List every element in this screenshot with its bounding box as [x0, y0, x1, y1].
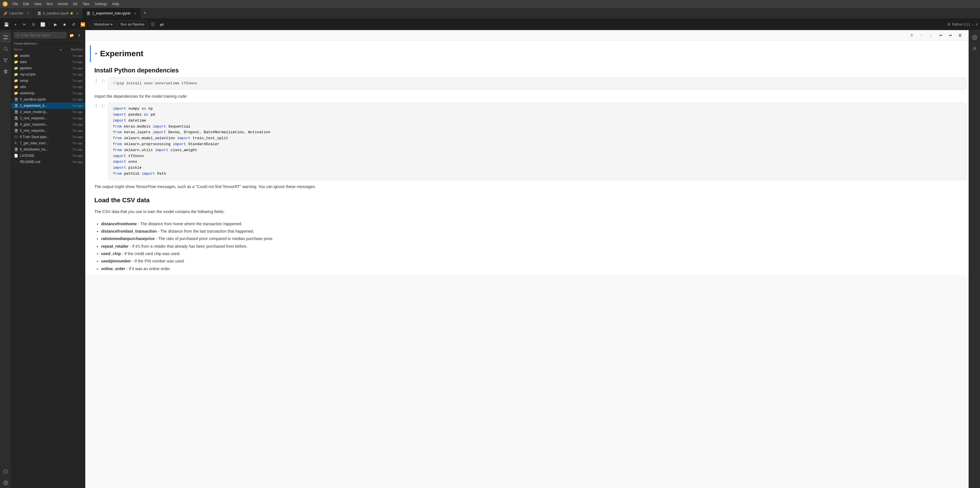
file-modified-get-data: 7m ago — [63, 141, 83, 145]
file-item-rest-requests-5[interactable]: 📓 5_rest_requests... 7m ago — [11, 128, 85, 134]
file-item-utils[interactable]: 📁 utils 7m ago — [11, 84, 85, 90]
folder-icon: 📁 — [14, 72, 18, 77]
file-name-ray-scripts: ray-scripts — [20, 73, 61, 76]
cell-move-down-button[interactable]: ↓ — [927, 31, 935, 39]
tab-experiment[interactable]: 📓 1_experiment_train.ipynb × — [83, 8, 140, 19]
run-pipeline-button[interactable]: Run as Pipeline — [118, 21, 148, 28]
right-settings-icon[interactable] — [969, 32, 980, 43]
app-logo-icon: J — [2, 1, 8, 7]
experiment-tab-label: 1_experiment_train.ipynb — [92, 11, 130, 15]
cell-align-right-button[interactable]: ➡ — [947, 31, 955, 39]
new-tab-button[interactable]: + — [140, 8, 150, 19]
copy-button[interactable]: ⎘ — [30, 21, 38, 29]
sandbox-tab-close[interactable]: × — [76, 11, 79, 16]
right-panel — [969, 30, 980, 488]
import-markdown: Import the dependencies for the model tr… — [85, 91, 969, 102]
file-item-get-data[interactable]: Y: 7_get_data_train... 7m ago — [11, 140, 85, 146]
menu-edit[interactable]: Edit — [21, 2, 31, 6]
git-button[interactable]: git — [158, 21, 166, 29]
cell-align-left-button[interactable]: ⬅ — [937, 31, 945, 39]
sidebar-git-icon[interactable] — [0, 55, 11, 65]
file-item-save-model[interactable]: 📓 2_save_model.ip... 7m ago — [11, 109, 85, 115]
active-cell-indicator — [90, 45, 91, 62]
menu-run[interactable]: Run — [45, 2, 55, 6]
cell-type-chevron-icon: ▾ — [111, 22, 113, 27]
menu-kernel[interactable]: Kernel — [56, 2, 70, 6]
code-line-9: import tf2onnx — [113, 154, 961, 159]
install-heading: Install Python dependencies — [94, 67, 959, 74]
file-modified-grpc-requests: 7m ago — [63, 123, 83, 126]
experiment-tab-icon: 📓 — [86, 11, 91, 15]
file-name-workshop: workshop — [20, 91, 61, 95]
menu-view[interactable]: View — [32, 2, 44, 6]
stop-button[interactable]: ■ — [60, 21, 68, 29]
tab-launcher[interactable]: 🚀 Launcher × — [0, 8, 33, 19]
file-item-rest-requests-3[interactable]: 📓 3_rest_requests... 7m ago — [11, 115, 85, 121]
file-name-assets: assets — [20, 54, 61, 58]
cell-move-up-button[interactable]: ↑ — [918, 31, 926, 39]
right-person-icon[interactable] — [969, 44, 980, 54]
run-button[interactable]: ▶ — [51, 21, 59, 29]
cell-type-dropdown[interactable]: Markdown ▾ — [92, 21, 115, 28]
menu-help[interactable]: Help — [110, 2, 122, 6]
restart-button[interactable]: ↺ — [70, 21, 78, 29]
menu-git[interactable]: Git — [71, 2, 80, 6]
paste-button[interactable]: ⬜ — [39, 21, 47, 29]
file-item-readme[interactable]: ⬦ README.md 7m ago — [11, 159, 85, 165]
csv-heading: Load the CSV data — [94, 196, 959, 204]
list-item-distancefromlast: distancefromlast_transaction - The dista… — [101, 228, 959, 234]
file-modified-save-model: 7m ago — [63, 110, 83, 114]
launcher-tab-label: Launcher — [10, 11, 24, 15]
file-item-pipeline[interactable]: 📁 pipeline 7m ago — [11, 65, 85, 71]
menu-tabs[interactable]: Tabs — [80, 2, 92, 6]
file-item-license[interactable]: 📄 LICENSE 7m ago — [11, 152, 85, 159]
experiment-tab-close[interactable]: × — [133, 11, 137, 16]
file-name-data: data — [20, 60, 61, 64]
file-item-sandbox[interactable]: 📓 0_sandbox.ipynb 1m ago — [11, 96, 85, 103]
file-item-pipeline-file[interactable]: ⬡ 6 Train Save.pipe... 7m ago — [11, 134, 85, 140]
file-search-box[interactable] — [14, 32, 67, 38]
menu-settings[interactable]: Settings — [92, 2, 109, 6]
add-cell-button[interactable]: + — [11, 21, 19, 29]
menu-file[interactable]: File — [10, 2, 20, 6]
file-item-ray-scripts[interactable]: 📁 ray-scripts 7m ago — [11, 71, 85, 78]
file-item-assets[interactable]: 📁 assets 7m ago — [11, 52, 85, 59]
cell-pip-body[interactable]: !!pip install onnx onnxruntime tf2onnx — [108, 76, 969, 91]
fast-forward-button[interactable]: ⏩ — [79, 21, 87, 29]
markdown-icon: ⬦ — [14, 160, 18, 164]
save-button[interactable]: 💾 — [2, 21, 10, 29]
file-modified-rest-requests-5: 7m ago — [63, 129, 83, 132]
sidebar-files-icon[interactable] — [0, 32, 11, 43]
cell-pip-install-body: [ ]: !!pip install onnx onnxruntime tf2o… — [85, 76, 969, 91]
info-button[interactable]: ⓘ — [149, 21, 157, 29]
file-item-experiment[interactable]: 📓 1_experiment_tr... 7m ago — [11, 103, 85, 109]
cell-imports: [ ]: import numpy as np import pandas as… — [85, 102, 969, 181]
upload-button[interactable]: ⬆ — [76, 32, 83, 39]
file-name-save-model: 2_save_model.ip... — [20, 110, 61, 114]
cell-delete-button[interactable]: 🗑 — [956, 31, 964, 39]
file-explorer: 📁 ⬆ ↺ ≡ / fraud-detection / Name ▲ Modif… — [11, 30, 85, 488]
sidebar-extensions-icon[interactable] — [0, 67, 11, 77]
kernel-menu-icon[interactable]: ≡ — [976, 22, 978, 27]
cell-imports-code[interactable]: import numpy as np import pandas as pd i… — [108, 102, 969, 181]
sidebar-debug-icon[interactable] — [0, 466, 11, 477]
search-input[interactable] — [21, 33, 64, 37]
file-item-workshop[interactable]: 📁 workshop 7m ago — [11, 90, 85, 96]
new-folder-button[interactable]: 📁 — [68, 32, 75, 39]
file-item-setup[interactable]: 📁 setup 7m ago — [11, 78, 85, 84]
tab-sandbox[interactable]: 📓 0_sandbox.ipynb × — [33, 8, 83, 19]
section-collapse-icon[interactable]: ▼ — [94, 52, 98, 55]
cell-gutter-pip: [ ]: — [85, 76, 108, 91]
file-item-distributed[interactable]: 📓 8_distributed_tra... 7m ago — [11, 146, 85, 152]
sidebar-search-icon[interactable] — [0, 44, 11, 54]
cell-toolbar: ⎘ ↑ ↓ ⬅ ➡ 🗑 — [85, 30, 969, 41]
notebook-icon: 📓 — [14, 147, 18, 152]
launcher-tab-close[interactable]: × — [26, 11, 30, 16]
file-item-data[interactable]: 📁 data 7m ago — [11, 59, 85, 65]
file-modified-workshop: 7m ago — [63, 92, 83, 95]
cut-button[interactable]: ✂ — [21, 21, 29, 29]
modified-column-header: Modified — [63, 48, 83, 51]
sidebar-settings-icon[interactable] — [0, 478, 11, 488]
file-item-grpc-requests[interactable]: 📓 4_grpc_requests... 7m ago — [11, 121, 85, 128]
cell-copy-button[interactable]: ⎘ — [908, 31, 916, 39]
